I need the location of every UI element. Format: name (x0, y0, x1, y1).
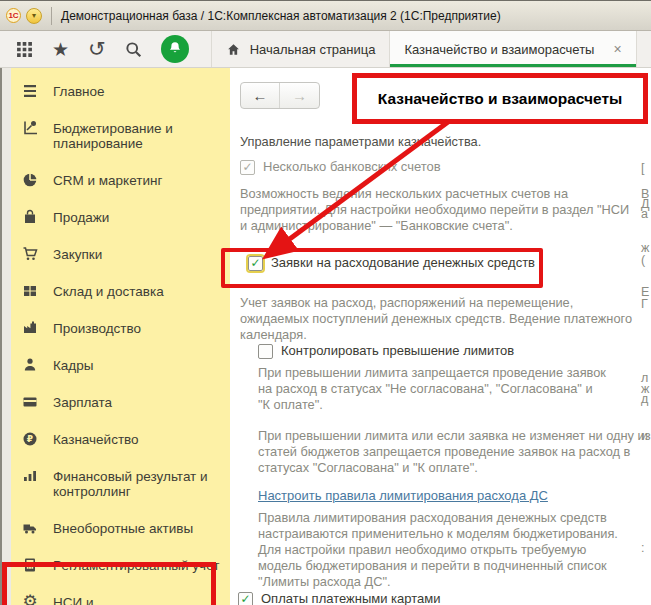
limits-description-2: При превышении лимита или если заявка не… (258, 428, 651, 476)
person-icon (21, 357, 39, 373)
sidebar-item-warehouse[interactable]: Склад и доставка (21, 283, 230, 299)
window-title: Демонстрационная база / 1С:Комплексная а… (61, 9, 501, 23)
tab-treasury[interactable]: Казначейство и взаиморасчеты × (389, 31, 636, 67)
ruble-circle-icon: ₽ (21, 431, 39, 447)
planning-chart-icon (21, 120, 39, 136)
spending-requests-description: Учет заявок на расход, распоряжений на п… (240, 295, 642, 343)
gear-icon: ⚙ (21, 594, 39, 605)
title-bar: 1С ▾ Демонстрационная база / 1С:Комплекс… (0, 1, 651, 31)
truck-icon (21, 520, 39, 536)
search-icon[interactable] (125, 41, 142, 58)
limit-rules-link-row: Настроить правила лимитирования расхода … (258, 488, 548, 504)
forward-button[interactable]: → (280, 83, 319, 108)
pie-chart-icon (21, 172, 39, 188)
checkbox-checked[interactable]: ✓ (248, 256, 263, 271)
sidebar-item-nsi-admin[interactable]: ⚙ НСИ и администрирование (21, 594, 230, 605)
sections-sidebar: Главное Бюджетирование и планирование CR… (0, 68, 230, 605)
cart-icon (21, 246, 39, 262)
warehouse-grid-icon (21, 283, 39, 299)
nav-buttons: ← → (240, 82, 320, 109)
settings-panel: ← → Управление параметрами казначейства.… (230, 68, 651, 605)
checkbox-control-limits[interactable]: Контролировать превышение лимитов (258, 343, 514, 359)
sidebar-item-crm[interactable]: CRM и маркетинг (21, 172, 230, 188)
history-icon[interactable]: ↺ (88, 39, 106, 60)
sidebar-item-sales[interactable]: Продажи (21, 209, 230, 225)
checkbox-spending-requests[interactable]: ✓ Заявки на расходование денежных средст… (248, 255, 535, 271)
checkbox-card-payments[interactable]: ✓ Оплаты платежными картами (238, 591, 440, 605)
tool-icons: ★ ↺ (0, 31, 203, 67)
checkbox-unchecked[interactable] (258, 344, 273, 359)
checkbox-multi-accounts[interactable]: ✓ Несколько банковских счетов (240, 159, 441, 175)
sidebar-item-budgeting[interactable]: Бюджетирование и планирование (21, 120, 230, 151)
tab-home-label: Начальная страница (250, 42, 376, 57)
calculator-icon (21, 557, 39, 573)
sidebar-item-main[interactable]: Главное (21, 83, 230, 99)
titlebar-separator (51, 7, 52, 25)
card-icon (21, 394, 39, 410)
bag-icon (21, 209, 39, 225)
limits-description-1: При превышении лимита запрещается провед… (258, 365, 608, 413)
clipped-text-fragment: [ (641, 161, 644, 175)
clipped-text-fragment: и (641, 429, 648, 443)
clipped-text-fragment: а (641, 207, 648, 221)
sidebar-item-finresult[interactable]: Финансовый результат и контроллинг (21, 468, 230, 499)
sidebar-item-production[interactable]: Производство (21, 320, 230, 336)
tab-treasury-label: Казначейство и взаиморасчеты (404, 42, 594, 57)
close-tab-icon[interactable]: × (613, 41, 621, 57)
page-description: Управление параметрами казначейства. (240, 134, 481, 150)
system-menu-button[interactable]: ▾ (26, 8, 42, 24)
hamburger-icon (21, 83, 39, 99)
checkbox-checked[interactable]: ✓ (238, 592, 253, 605)
limit-rules-link[interactable]: Настроить правила лимитирования расхода … (258, 488, 548, 503)
top-toolbar: ★ ↺ Начальная страница Казначейство и вз… (0, 31, 651, 68)
clipped-text-fragment: ( (641, 253, 645, 267)
tab-home[interactable]: Начальная страница (211, 31, 390, 67)
multi-accounts-description: Возможность ведения нескольких расчетных… (240, 186, 632, 234)
sidebar-item-assets[interactable]: Внеоборотные активы (21, 520, 230, 536)
bar-chart-icon (21, 468, 39, 484)
back-button[interactable]: ← (241, 83, 280, 108)
limit-rules-description: Правила лимитирования расходования денеж… (258, 510, 632, 590)
sidebar-item-regulated[interactable]: Регламентированный учет (21, 557, 230, 573)
home-icon (226, 42, 241, 57)
notifications-bell-icon[interactable] (161, 35, 189, 63)
svg-text:₽: ₽ (27, 434, 33, 444)
factory-icon (21, 320, 39, 336)
sidebar-item-treasury[interactable]: ₽ Казначейство (21, 431, 230, 447)
favorites-star-icon[interactable]: ★ (52, 40, 69, 59)
sidebar-item-salary[interactable]: Зарплата (21, 394, 230, 410)
sidebar-item-hr[interactable]: Кадры (21, 357, 230, 373)
clipped-text-fragment: д (641, 392, 648, 406)
app-window: 1С ▾ Демонстрационная база / 1С:Комплекс… (0, 0, 651, 605)
1c-logo-icon: 1С (6, 8, 21, 23)
checkbox-checked-disabled[interactable]: ✓ (240, 160, 255, 175)
sidebar-item-purchases[interactable]: Закупки (21, 246, 230, 262)
clipped-text-fragment: : (641, 541, 644, 555)
menu-grid-icon[interactable] (16, 41, 33, 58)
clipped-text-fragment: Г (641, 297, 648, 311)
